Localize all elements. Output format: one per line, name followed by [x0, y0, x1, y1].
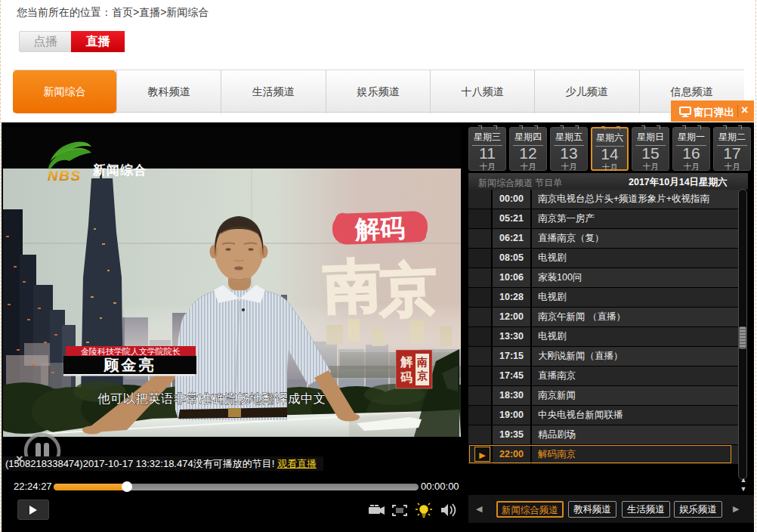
svg-text:他可以把英语非常准确流畅地翻译成中文: 他可以把英语非常准确流畅地翻译成中文 [97, 391, 326, 405]
svg-text:码: 码 [400, 371, 412, 384]
svg-text:顾金亮: 顾金亮 [104, 357, 156, 373]
svg-text:南: 南 [416, 357, 428, 368]
svg-text:京: 京 [416, 370, 428, 382]
svg-text:新闻综合: 新闻综合 [92, 162, 147, 178]
svg-text:NBS: NBS [48, 168, 82, 184]
svg-text:解: 解 [400, 355, 413, 368]
svg-text:解码: 解码 [354, 214, 405, 243]
svg-text:金陵科技学院人文学院院长: 金陵科技学院人文学院院长 [81, 347, 181, 356]
svg-text:南: 南 [323, 253, 382, 320]
svg-text:京: 京 [378, 257, 438, 323]
